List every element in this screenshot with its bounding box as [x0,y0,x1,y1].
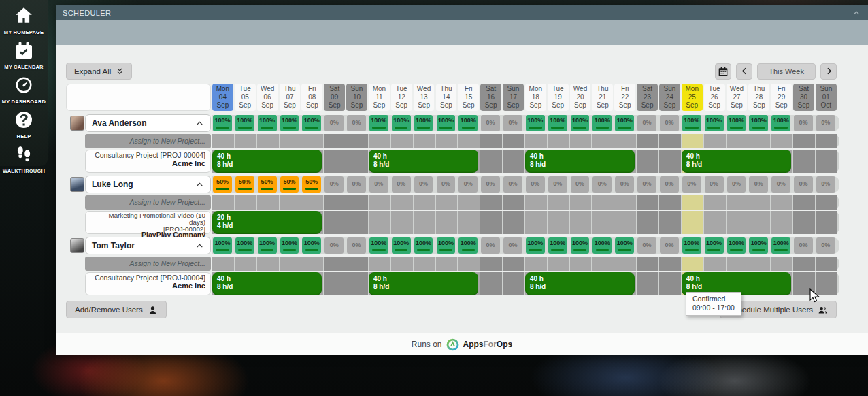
assign-cell[interactable] [301,195,323,210]
project-cell[interactable] [458,211,480,234]
assign-cell[interactable] [391,134,413,148]
project-cell[interactable] [503,272,524,295]
assign-cell[interactable] [704,134,726,148]
assign-cell[interactable] [614,195,636,210]
assign-cell[interactable] [301,134,323,148]
assign-cell[interactable] [369,195,390,210]
assign-cell[interactable] [682,257,703,271]
assign-cell[interactable] [503,257,524,271]
day-cell[interactable]: Tue12Sep [391,84,412,111]
assign-cell[interactable] [659,257,681,271]
assign-cell[interactable] [436,257,458,271]
day-cell[interactable]: Fri29Sep [771,84,792,111]
project-cell[interactable] [324,211,346,234]
assign-cell[interactable] [727,134,748,148]
day-cell[interactable]: Wed13Sep [414,84,435,111]
sidebar-item-walkthrough[interactable]: WALKTHROUGH [0,142,48,177]
assign-cell[interactable] [525,195,547,210]
assign-cell[interactable] [480,195,502,210]
project-cell[interactable] [793,211,815,234]
assign-cell[interactable] [614,257,636,271]
day-cell[interactable]: Sat30Sep [793,84,814,111]
next-week-button[interactable] [820,63,837,80]
assign-cell[interactable] [816,195,837,210]
project-cell[interactable] [346,272,368,295]
project-cell[interactable] [637,150,658,173]
day-cell[interactable]: Fri22Sep [614,84,635,111]
user-filter-box[interactable] [66,84,211,111]
project-cell[interactable] [346,211,368,234]
project-cell[interactable] [414,211,435,234]
day-cell[interactable]: Sun24Sep [659,84,680,111]
day-cell[interactable]: Mon04Sep [212,84,233,111]
project-cell[interactable] [503,211,524,234]
assign-cell[interactable] [592,134,614,148]
assign-cell[interactable] [414,134,435,148]
assign-cell[interactable] [369,257,390,271]
day-cell[interactable]: Tue19Sep [548,84,569,111]
assign-cell[interactable] [548,257,569,271]
project-cell[interactable] [771,211,792,234]
assign-to-project-button[interactable]: Assign to New Project... [85,257,211,271]
project-cell[interactable] [369,211,390,234]
project-cell[interactable] [816,150,837,173]
assign-cell[interactable] [324,134,346,148]
assign-cell[interactable] [280,195,301,210]
project-cell[interactable] [548,211,569,234]
day-cell[interactable]: Tue05Sep [235,84,256,111]
project-cell[interactable] [637,272,658,295]
assign-cell[interactable] [480,134,502,148]
day-cell[interactable]: Thu14Sep [436,84,457,111]
project-cell[interactable] [391,211,413,234]
sidebar-item-calendar[interactable]: MY CALENDAR [0,38,48,73]
day-cell[interactable]: Mon11Sep [369,84,390,111]
project-cell[interactable] [324,272,346,295]
assign-cell[interactable] [525,257,547,271]
assign-cell[interactable] [771,134,792,148]
schedule-bar[interactable]: 40 h8 h/d [369,272,478,295]
assign-cell[interactable] [637,134,658,148]
project-cell[interactable] [324,150,346,173]
assign-cell[interactable] [414,257,435,271]
assign-cell[interactable] [280,134,301,148]
schedule-bar[interactable]: 40 h8 h/d [212,272,322,295]
assign-cell[interactable] [301,257,323,271]
project-cell[interactable] [614,211,636,234]
sidebar-item-dashboard[interactable]: MY DASHBOARD [0,73,48,108]
project-cell[interactable] [503,150,524,173]
project-cell[interactable] [682,211,703,234]
assign-cell[interactable] [346,195,368,210]
sidebar-item-homepage[interactable]: MY HOMEPAGE [0,3,48,38]
assign-cell[interactable] [592,195,614,210]
day-cell[interactable]: Mon25Sep [682,84,703,111]
this-week-button[interactable]: This Week [757,63,816,80]
assign-cell[interactable] [212,134,234,148]
project-cell[interactable] [480,211,502,234]
day-cell[interactable]: Sat23Sep [637,84,658,111]
day-cell[interactable]: Thu21Sep [592,84,613,111]
assign-cell[interactable] [637,195,658,210]
assign-cell[interactable] [548,195,569,210]
expand-all-button[interactable]: Expand All [66,63,132,80]
add-remove-users-button[interactable]: Add/Remove Users [66,301,167,318]
day-cell[interactable]: Fri08Sep [301,84,322,111]
project-cell[interactable] [816,211,837,234]
schedule-bar[interactable]: 40 h8 h/d [369,150,478,173]
assign-cell[interactable] [727,195,748,210]
assign-cell[interactable] [280,257,301,271]
open-calendar-button[interactable] [715,63,731,80]
assign-to-project-button[interactable]: Assign to New Project... [85,134,211,148]
day-cell[interactable]: Sun17Sep [503,84,524,111]
assign-cell[interactable] [369,134,390,148]
assign-cell[interactable] [324,257,346,271]
previous-week-button[interactable] [736,63,752,80]
assign-cell[interactable] [793,257,815,271]
project-cell[interactable] [793,150,815,173]
project-cell[interactable] [727,211,748,234]
assign-cell[interactable] [480,257,502,271]
assign-cell[interactable] [548,134,569,148]
day-cell[interactable]: Wed06Sep [257,84,278,111]
project-cell[interactable] [525,211,547,234]
project-cell[interactable] [659,150,681,173]
assign-cell[interactable] [503,134,524,148]
